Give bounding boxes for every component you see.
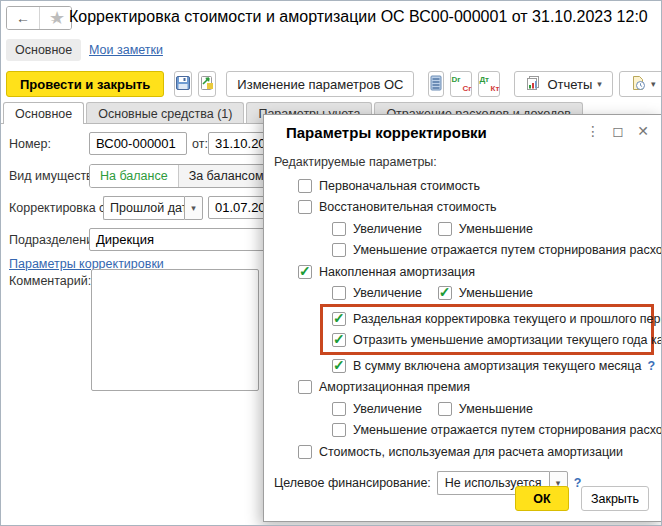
- target-financing-label: Целевое финансирование:: [274, 476, 431, 490]
- number-input[interactable]: ВС00-000001: [89, 132, 187, 155]
- checkbox-label[interactable]: Уменьшение: [459, 402, 533, 416]
- dialog-buttons: ОК Закрыть: [515, 486, 649, 511]
- checkbox-label[interactable]: Уменьшение: [459, 222, 533, 236]
- dt-kt-icon: ДтКт: [479, 75, 499, 93]
- document-history-button[interactable]: ▾: [619, 71, 662, 97]
- row-replacement-pair: Увеличение Уменьшение: [274, 218, 653, 240]
- checkbox-reverse-current-year[interactable]: [332, 333, 346, 347]
- checkbox-bonus-reversal[interactable]: [332, 423, 346, 437]
- checkbox-label[interactable]: Амортизационная премия: [319, 380, 470, 394]
- ok-button[interactable]: ОК: [515, 486, 569, 511]
- checkbox-label[interactable]: Уменьшение отражается путем сторнировани…: [353, 243, 662, 257]
- comment-label: Комментарий:: [9, 274, 91, 288]
- toolbar: Провести и закрыть Изменение параметров …: [6, 70, 656, 98]
- post-document-button[interactable]: [198, 71, 216, 97]
- checkbox-cost-for-depreciation[interactable]: [298, 445, 312, 459]
- help-icon[interactable]: ?: [647, 359, 655, 373]
- drcr-button[interactable]: DrCr: [450, 71, 472, 97]
- checkbox-label[interactable]: Восстановительная стоимость: [319, 200, 497, 214]
- checkbox-bonus-increase[interactable]: [332, 402, 346, 416]
- checkbox-replacement-reversal[interactable]: [332, 243, 346, 257]
- favorite-star-icon[interactable]: ★: [49, 7, 65, 29]
- more-menu-icon[interactable]: ⋮: [585, 123, 601, 139]
- checkbox-depreciation-bonus[interactable]: [298, 380, 312, 394]
- checkbox-label[interactable]: Первоначальная стоимость: [319, 179, 480, 193]
- reports-icon: [525, 75, 541, 94]
- editable-params-label: Редактируемые параметры:: [274, 155, 653, 175]
- row-reverse-current-year: Отразить уменьшение амортизации текущего…: [332, 330, 651, 352]
- checkbox-include-current-month[interactable]: [332, 359, 346, 373]
- row-replacement-cost: Восстановительная стоимость: [274, 197, 653, 219]
- chevron-down-icon: ▾: [651, 79, 656, 89]
- row-depreciation-bonus: Амортизационная премия: [274, 377, 653, 399]
- nav-item-my-notes[interactable]: Мои заметки: [89, 43, 163, 57]
- page-title: Корректировка стоимости и амортизации ОС…: [69, 8, 659, 26]
- on-balance-option[interactable]: На балансе: [90, 165, 179, 187]
- row-bonus-reversal: Уменьшение отражается путем сторнировани…: [274, 420, 653, 442]
- register-records-button[interactable]: [428, 71, 444, 97]
- checkbox-label[interactable]: Уменьшение отражается путем сторнировани…: [353, 423, 662, 437]
- command-nav: Основное Мои заметки: [1, 39, 661, 63]
- chevron-down-icon[interactable]: ▾: [184, 196, 203, 220]
- checkbox-replacement-cost[interactable]: [298, 200, 312, 214]
- dialog-body: Редактируемые параметры: Первоначальная …: [264, 147, 661, 463]
- reports-button[interactable]: Отчеты ▾: [514, 71, 612, 97]
- app-window: ← → ★ Корректировка стоимости и амортиза…: [0, 0, 662, 526]
- reports-label: Отчеты: [547, 77, 592, 92]
- dr-cr-icon: DrCr: [451, 75, 471, 93]
- save-button[interactable]: [174, 71, 192, 97]
- window-header: ← → ★ Корректировка стоимости и амортиза…: [1, 1, 661, 37]
- row-cost-for-depreciation: Стоимость, используемая для расчета амор…: [274, 441, 653, 463]
- row-depreciation-pair: Увеличение Уменьшение: [274, 283, 653, 305]
- comment-textarea[interactable]: [91, 269, 259, 391]
- checkbox-label[interactable]: Накопленная амортизация: [319, 265, 475, 279]
- close-button[interactable]: Закрыть: [581, 486, 649, 511]
- checkbox-label[interactable]: В сумму включена амортизация текущего ме…: [353, 359, 641, 373]
- correction-from-label: Корректировка с:: [9, 201, 109, 215]
- row-replacement-reversal: Уменьшение отражается путем сторнировани…: [274, 240, 653, 262]
- tab-fixed-assets[interactable]: Основные средства (1): [86, 102, 244, 123]
- back-icon[interactable]: ←: [7, 7, 39, 29]
- checkbox-label[interactable]: Отразить уменьшение амортизации текущего…: [353, 333, 662, 347]
- checkbox-replacement-increase[interactable]: [332, 222, 346, 236]
- close-icon[interactable]: ✕: [635, 123, 651, 139]
- tab-main[interactable]: Основное: [3, 102, 84, 124]
- checkbox-depreciation-decrease[interactable]: [438, 286, 452, 300]
- row-accumulated-depreciation: Накопленная амортизация: [274, 261, 653, 283]
- correction-params-dialog: Параметры корректировки ⋮ ◻ ✕ Редактируе…: [263, 114, 662, 522]
- post-and-close-button[interactable]: Провести и закрыть: [6, 71, 164, 97]
- correction-from-value[interactable]: Прошлой даты: [103, 196, 184, 220]
- checkbox-accumulated-depreciation[interactable]: [298, 265, 312, 279]
- checkbox-replacement-decrease[interactable]: [438, 222, 452, 236]
- property-type-toggle: На балансе За балансом: [89, 164, 275, 188]
- row-bonus-pair: Увеличение Уменьшение: [274, 398, 653, 420]
- checkbox-separate-correction[interactable]: [332, 312, 346, 326]
- number-label: Номер:: [9, 137, 51, 151]
- checkbox-label[interactable]: Уменьшение: [459, 286, 533, 300]
- checkbox-initial-cost[interactable]: [298, 179, 312, 193]
- dialog-header: Параметры корректировки ⋮ ◻ ✕: [264, 115, 661, 147]
- maximize-icon[interactable]: ◻: [610, 123, 626, 139]
- dialog-title: Параметры корректировки: [286, 124, 487, 141]
- chevron-down-icon: ▾: [597, 79, 602, 89]
- highlight-box: Раздельная корректировка текущего и прош…: [320, 304, 654, 355]
- checkbox-label[interactable]: Увеличение: [353, 222, 422, 236]
- checkbox-label[interactable]: Увеличение: [353, 286, 422, 300]
- off-balance-option[interactable]: За балансом: [179, 165, 274, 187]
- dtkt-button[interactable]: ДтКт: [478, 71, 500, 97]
- checkbox-bonus-decrease[interactable]: [438, 402, 452, 416]
- change-os-params-button[interactable]: Изменение параметров ОС: [226, 71, 414, 97]
- post-document-icon: [199, 75, 215, 94]
- register-icon: [429, 75, 443, 94]
- row-include-current-month: В сумму включена амортизация текущего ме…: [274, 355, 653, 377]
- document-clock-icon: [630, 75, 646, 94]
- row-initial-cost: Первоначальная стоимость: [274, 175, 653, 197]
- checkbox-depreciation-increase[interactable]: [332, 286, 346, 300]
- checkbox-label[interactable]: Раздельная корректировка текущего и прош…: [353, 312, 662, 326]
- correction-from-combo: Прошлой даты ▾: [103, 196, 203, 220]
- checkbox-label[interactable]: Увеличение: [353, 402, 422, 416]
- row-separate-correction: Раздельная корректировка текущего и прош…: [332, 308, 651, 330]
- save-icon: [175, 75, 191, 94]
- nav-item-main[interactable]: Основное: [6, 39, 81, 61]
- checkbox-label[interactable]: Стоимость, используемая для расчета амор…: [319, 445, 623, 459]
